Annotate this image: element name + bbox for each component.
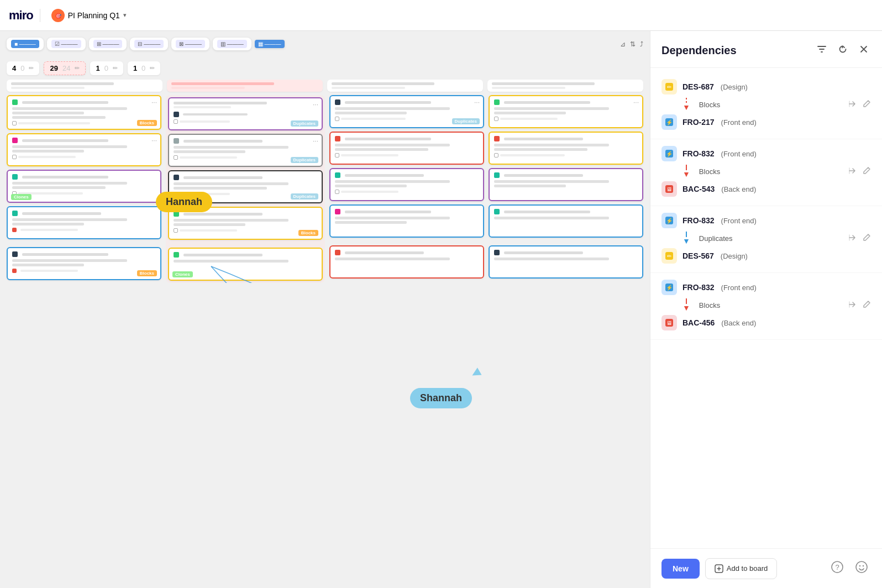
toolbar-filter-2[interactable]: ☑ ———: [51, 40, 81, 48]
stat-num-4: 1: [133, 64, 137, 72]
dep-relation-label-2: Blocks: [699, 167, 720, 176]
dep-goto-icon-3[interactable]: [848, 233, 857, 244]
dep-group-1: ✏ DES-687 (Design) ▼ Blocks: [650, 72, 882, 139]
card-more-3-1[interactable]: ···: [474, 98, 480, 106]
card-4-4[interactable]: [489, 204, 643, 238]
card-more-1-2[interactable]: ···: [151, 136, 157, 144]
badge-blocks-col2: Blocks: [298, 230, 318, 236]
svg-text:🎯: 🎯: [55, 13, 61, 19]
dep-edit-icon-4[interactable]: [862, 300, 871, 311]
panel-footer: New Add to board ?: [650, 548, 882, 588]
topbar: miro 🎯 PI Planning Q1 ▾: [0, 0, 882, 31]
canvas-area[interactable]: ■ ——— ☑ ——— ⊞ ——— ⊟ ——— ⊠ ——— ▥ ——— ▦ ——…: [0, 31, 650, 588]
card-4-3[interactable]: [489, 168, 643, 201]
card-1-2[interactable]: ···: [7, 133, 161, 166]
toolbar-group-5: ⊠ ———: [171, 38, 209, 50]
dep-team-3-from: (Front end): [721, 217, 757, 225]
dep-team-2-to: (Back end): [721, 185, 756, 193]
stat-zero-1: 0: [20, 64, 24, 72]
help-icon[interactable]: ?: [828, 558, 847, 579]
canvas-toolbar: ■ ——— ☑ ——— ⊞ ——— ⊟ ——— ⊠ ——— ▥ ——— ▦ ——…: [7, 38, 643, 50]
card-more-1-1[interactable]: ···: [151, 98, 157, 106]
panel-title: Dependencies: [662, 44, 815, 57]
export-icon[interactable]: ⤴: [640, 40, 643, 48]
sort-icon[interactable]: ⇅: [630, 40, 636, 48]
filter-panel-btn[interactable]: [815, 42, 829, 59]
svg-text:⚡: ⚡: [666, 119, 673, 126]
stat-num-2: 29: [50, 64, 57, 72]
col-header-1: [7, 80, 162, 92]
stat-icon-4: ✏: [150, 65, 155, 72]
card-4-5[interactable]: [489, 245, 643, 279]
toolbar-group-1: ■ ———: [7, 38, 44, 50]
card-2-2[interactable]: ··· Duplicates: [168, 134, 323, 167]
board-col-3: ··· Duplicates: [329, 95, 484, 283]
toolbar-group-4: ⊟ ———: [130, 38, 168, 50]
dep-goto-icon-4[interactable]: [848, 300, 857, 311]
dep-icon-design-3: ✏: [662, 248, 677, 264]
card-1-5[interactable]: Blocks: [7, 247, 161, 280]
new-button[interactable]: New: [662, 559, 700, 579]
card-3-4[interactable]: [329, 204, 484, 238]
stat-block-4: 1 0 ✏: [128, 61, 160, 75]
deps-list[interactable]: ✏ DES-687 (Design) ▼ Blocks: [650, 68, 882, 548]
badge-blocks-1: Blocks: [137, 120, 157, 126]
board-grid: ··· Blocks ···: [7, 95, 643, 283]
bottom-section-4: [489, 245, 643, 279]
svg-text:✏: ✏: [667, 84, 672, 90]
panel-header: Dependencies: [650, 31, 882, 68]
toolbar-filter-5[interactable]: ⊠ ———: [176, 40, 205, 48]
dep-relation-2: ▼ Blocks: [683, 165, 871, 178]
toolbar-filter-3[interactable]: ⊞ ———: [93, 40, 123, 48]
dep-team-4-from: (Front end): [721, 284, 757, 292]
refresh-panel-btn[interactable]: [836, 42, 850, 59]
emoji-icon[interactable]: [852, 558, 871, 579]
card-more-2-2[interactable]: ···: [313, 137, 318, 145]
dep-ticket-4-from: FRO-832: [683, 283, 715, 292]
dep-icon-design-1: ✏: [662, 79, 677, 95]
card-4-1[interactable]: ···: [489, 95, 643, 128]
svg-text:?: ?: [835, 563, 839, 571]
toolbar-filter-1[interactable]: ■ ———: [11, 40, 39, 48]
toolbar-filter-6[interactable]: ▥ ———: [217, 40, 247, 48]
right-panel: Dependencies ✏: [650, 31, 882, 588]
card-1-4[interactable]: [7, 206, 161, 239]
card-2-1[interactable]: ··· Duplicates: [168, 97, 323, 130]
board-name-btn[interactable]: 🎯 PI Planning Q1 ▾: [47, 7, 131, 24]
dep-group-3: ⚡ FRO-832 (Front end) ▼ Duplicates: [650, 206, 882, 273]
card-1-3[interactable]: Clones: [7, 170, 161, 203]
card-2-5[interactable]: Clones: [168, 248, 323, 281]
dep-relation-actions-4: [848, 300, 871, 311]
card-4-2[interactable]: [489, 132, 643, 165]
bottom-section-1: Blocks: [7, 247, 161, 280]
board-name-chevron: ▾: [123, 12, 127, 19]
stat-num-3: 1: [96, 64, 99, 72]
close-panel-btn[interactable]: [857, 42, 871, 59]
dep-ticket-1-to: FRO-217: [683, 118, 715, 127]
card-3-5[interactable]: [329, 245, 484, 279]
dep-edit-icon-2[interactable]: [862, 166, 871, 177]
filter-icon[interactable]: ⊿: [620, 40, 626, 48]
card-3-3[interactable]: [329, 168, 484, 201]
dep-ticket-1-from: DES-687: [683, 82, 714, 91]
stat-block-3: 1 0 ✏: [90, 61, 123, 75]
toolbar-group-3: ⊞ ———: [89, 38, 127, 50]
card-more-2-1[interactable]: ···: [313, 101, 318, 108]
toolbar-group-6: ▥ ———: [213, 38, 251, 50]
board-content: 4 0 ✏ 29 24 ✏ 1 0 ✏ 1 0 ✏: [7, 61, 643, 581]
dep-relation-1: ▼ Blocks: [683, 98, 871, 111]
dep-goto-icon-2[interactable]: [848, 166, 857, 177]
dep-team-3-to: (Design): [721, 252, 748, 260]
dep-item-from-4: ⚡ FRO-832 (Front end): [662, 280, 871, 295]
dep-goto-icon-1[interactable]: [848, 99, 857, 110]
toolbar-filter-4[interactable]: ⊟ ———: [134, 40, 164, 48]
dep-edit-icon-3[interactable]: [862, 233, 871, 244]
card-1-1[interactable]: ··· Blocks: [7, 95, 161, 130]
card-3-2[interactable]: [329, 132, 484, 165]
add-to-board-button[interactable]: Add to board: [705, 558, 777, 579]
toolbar-group-7[interactable]: ▦ ———: [255, 40, 285, 48]
card-more-4-1[interactable]: ···: [633, 98, 639, 106]
stat-icon-3: ✏: [113, 65, 118, 72]
dep-edit-icon-1[interactable]: [862, 99, 871, 110]
card-3-1[interactable]: ··· Duplicates: [329, 95, 484, 128]
